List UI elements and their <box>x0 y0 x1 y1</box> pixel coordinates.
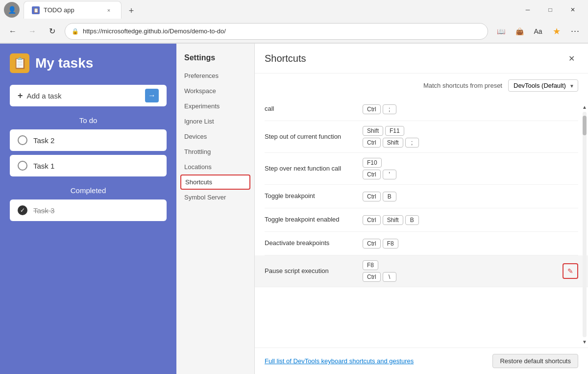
scroll-down-button[interactable]: ▼ <box>580 337 588 347</box>
shortcut-row-step-out: Step out of current function Shift F11 C… <box>265 121 578 153</box>
shortcut-row-deactivate-bp: Deactivate breakpoints Ctrl F8 <box>265 232 578 255</box>
shortcuts-title: Shortcuts <box>265 53 306 64</box>
task-label: Task 2 <box>33 136 54 145</box>
nav-actions: 📖 👜 Aa ★ ··· <box>492 23 584 40</box>
address-url: https://microsoftedge.github.io/Demos/de… <box>83 27 482 35</box>
settings-item-locations[interactable]: Locations <box>176 159 254 175</box>
profile-avatar[interactable]: 👤 <box>4 2 20 18</box>
shortcut-keys: Ctrl F8 <box>363 239 578 249</box>
shortcut-keys-multi: F10 Ctrl ' <box>363 158 578 179</box>
tab-favicon: 📋 <box>32 6 40 14</box>
task-item[interactable]: Task 2 <box>10 129 167 151</box>
main-content: 📋 My tasks + Add a task → To do Task 2 T… <box>0 43 588 374</box>
scrollbar[interactable]: ▲ ▼ <box>581 102 588 347</box>
settings-item-ignore-list[interactable]: Ignore List <box>176 114 254 129</box>
reading-view-button[interactable]: Aa <box>529 23 547 40</box>
settings-item-devices[interactable]: Devices <box>176 129 254 144</box>
new-tab-button[interactable]: + <box>123 3 139 19</box>
shortcut-name: Toggle breakpoint enabled <box>265 215 363 224</box>
shortcut-name: Step over next function call <box>265 164 363 173</box>
shortcut-name: Deactivate breakpoints <box>265 239 363 248</box>
shortcut-keys: Ctrl B <box>363 192 578 201</box>
browser-tab[interactable]: 📋 TODO app × <box>24 1 122 19</box>
task-item-completed[interactable]: ✓ Task 3 <box>10 199 167 221</box>
shortcut-row-step-over: Step over next function call F10 Ctrl ' <box>265 153 578 185</box>
settings-item-workspace[interactable]: Workspace <box>176 83 254 99</box>
settings-panel: Settings Preferences Workspace Experimen… <box>176 44 255 374</box>
maximize-button[interactable]: □ <box>539 2 562 18</box>
key-badge: ' <box>383 170 396 179</box>
read-aloud-button[interactable]: 📖 <box>492 23 510 40</box>
back-button[interactable]: ← <box>4 23 22 40</box>
restore-defaults-button[interactable]: Restore default shortcuts <box>492 354 578 368</box>
edit-shortcut-button[interactable]: ✎ <box>563 263 578 279</box>
shortcuts-list: call Ctrl ; Step out of current function… <box>255 98 588 348</box>
key-row: Ctrl Shift ; <box>363 138 578 148</box>
key-row: Shift F11 <box>363 126 578 136</box>
add-task-label: Add a task <box>27 92 145 100</box>
settings-item-experiments[interactable]: Experiments <box>176 99 254 114</box>
scroll-up-button[interactable]: ▲ <box>580 102 588 112</box>
collections-button[interactable]: 👜 <box>511 23 528 40</box>
task-checkbox[interactable] <box>18 161 27 171</box>
settings-item-shortcuts[interactable]: Shortcuts <box>180 175 250 190</box>
shortcut-name: Pause script execution <box>265 267 363 275</box>
refresh-button[interactable]: ↻ <box>43 23 61 40</box>
devtools-shortcuts-link[interactable]: Full list of DevTools keyboard shortcuts… <box>265 357 414 365</box>
settings-item-preferences[interactable]: Preferences <box>176 68 254 83</box>
more-button[interactable]: ··· <box>566 23 584 40</box>
key-badge: ; <box>383 104 396 114</box>
shortcut-name: Toggle breakpoint <box>265 192 363 200</box>
close-window-button[interactable]: ✕ <box>562 2 584 18</box>
key-badge: Ctrl <box>363 192 381 201</box>
lock-icon: 🔒 <box>71 27 79 35</box>
key-badge: Ctrl <box>363 215 381 225</box>
minimize-button[interactable]: ─ <box>516 2 539 18</box>
todo-section-title: To do <box>10 116 167 125</box>
shortcuts-panel: Shortcuts ✕ Match shortcuts from preset … <box>255 44 588 374</box>
todo-icon: 📋 <box>10 53 29 73</box>
preset-label: Match shortcuts from preset <box>423 82 502 89</box>
key-badge: Ctrl <box>363 138 381 148</box>
preset-bar: Match shortcuts from preset DevTools (De… <box>255 74 588 98</box>
task-item[interactable]: Task 1 <box>10 155 167 176</box>
settings-item-throttling[interactable]: Throttling <box>176 144 254 159</box>
close-shortcuts-button[interactable]: ✕ <box>564 51 578 65</box>
key-badge: Ctrl <box>363 272 381 282</box>
key-badge: F8 <box>363 260 378 270</box>
completed-section: Completed ✓ Task 3 <box>10 186 167 225</box>
key-row: F10 <box>363 158 578 168</box>
preset-select[interactable]: DevTools (Default) <box>508 79 578 92</box>
key-row: Ctrl ' <box>363 170 578 179</box>
add-task-bar[interactable]: + Add a task → <box>10 85 167 106</box>
key-badge: ; <box>405 138 419 148</box>
shortcut-keys-multi: F8 Ctrl \ <box>363 260 563 282</box>
address-bar[interactable]: 🔒 https://microsoftedge.github.io/Demos/… <box>65 23 488 40</box>
key-badge: B <box>405 215 419 225</box>
settings-title: Settings <box>176 50 254 68</box>
plus-icon: + <box>18 91 23 101</box>
shortcut-name: call <box>265 104 363 113</box>
task-checkbox-done[interactable]: ✓ <box>18 205 27 215</box>
shortcut-keys: Ctrl Shift B <box>363 215 578 225</box>
completed-section-title: Completed <box>10 186 167 195</box>
tab-close-button[interactable]: × <box>104 6 113 15</box>
shortcut-row-toggle-bp-enabled: Toggle breakpoint enabled Ctrl Shift B <box>265 208 578 232</box>
shortcut-row-call: call Ctrl ; <box>265 98 578 121</box>
browser-frame: 👤 📋 TODO app × + ─ □ ✕ ← → ↻ 🔒 https://m… <box>0 0 588 374</box>
key-badge: Ctrl <box>363 104 381 114</box>
forward-button[interactable]: → <box>24 23 41 40</box>
shortcuts-header: Shortcuts ✕ <box>255 44 588 74</box>
add-task-arrow[interactable]: → <box>145 89 159 102</box>
tab-title: TODO app <box>44 6 100 14</box>
tab-bar: 📋 TODO app × + <box>24 1 513 19</box>
todo-sidebar: 📋 My tasks + Add a task → To do Task 2 T… <box>0 44 176 374</box>
scroll-track <box>583 112 587 337</box>
settings-item-symbol-server[interactable]: Symbol Server <box>176 190 254 205</box>
task-label: Task 1 <box>33 162 54 170</box>
shortcut-keys: Ctrl ; <box>363 104 578 114</box>
favorites-button[interactable]: ★ <box>548 23 565 40</box>
key-badge: Shift <box>383 215 403 225</box>
key-row: F8 <box>363 260 563 270</box>
task-checkbox[interactable] <box>18 135 27 145</box>
